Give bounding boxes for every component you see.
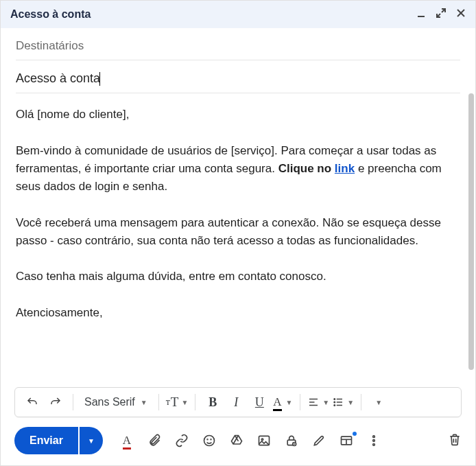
drive-icon[interactable] <box>229 433 244 448</box>
text-color-button[interactable]: A ▼ <box>272 392 293 412</box>
underline-button[interactable]: U <box>249 392 270 412</box>
formatting-toolbar: Sans Serif ▼ тT ▼ B I U A ▼ ▼ ▼ ▼ <box>14 387 462 417</box>
font-label: Sans Serif <box>84 396 135 408</box>
body-paragraph-3: Caso tenha mais alguma dúvida, entre em … <box>16 268 445 286</box>
compose-header: Acesso à conta <box>1 1 475 28</box>
subject-field[interactable]: Acesso à conta <box>16 60 460 93</box>
toolbar-separator <box>195 394 195 410</box>
svg-point-15 <box>207 439 208 440</box>
svg-point-10 <box>334 405 335 406</box>
notification-dot <box>353 432 357 436</box>
body-signoff: Atenciosamente, <box>16 304 445 322</box>
window-controls <box>416 8 466 21</box>
svg-point-8 <box>334 399 335 400</box>
chevron-down-icon: ▼ <box>141 399 147 406</box>
font-select[interactable]: Sans Serif ▼ <box>80 396 152 408</box>
chevron-down-icon: ▼ <box>286 399 293 406</box>
svg-point-26 <box>373 436 375 438</box>
attach-icon[interactable] <box>147 433 162 448</box>
more-formatting-button[interactable]: ▼ <box>368 392 389 412</box>
font-size-button[interactable]: тT ▼ <box>166 392 189 412</box>
compose-window: Acesso à conta Destinatários Acesso à co… <box>0 0 476 466</box>
compose-tools: A <box>119 433 381 448</box>
svg-point-14 <box>204 436 214 446</box>
toolbar-separator <box>300 394 300 410</box>
color-glyph: A <box>123 434 131 447</box>
more-icon[interactable] <box>366 433 381 448</box>
close-icon[interactable] <box>456 8 466 21</box>
toolbar-separator <box>158 394 159 410</box>
svg-point-9 <box>334 401 335 403</box>
body-text: Olá [nome do cliente], Bem-vindo à comun… <box>16 106 460 322</box>
toolbar-separator <box>73 394 73 410</box>
body-link[interactable]: link <box>335 162 355 175</box>
chevron-down-icon: ▼ <box>347 399 354 406</box>
discard-icon[interactable] <box>448 432 462 449</box>
expand-icon[interactable] <box>436 8 447 21</box>
layout-icon[interactable] <box>339 433 354 448</box>
svg-point-28 <box>373 444 375 446</box>
scrollbar[interactable] <box>468 93 474 370</box>
body-paragraph-1: Bem-vindo à comunidade de usuários de [s… <box>16 142 445 196</box>
link-icon[interactable] <box>174 433 189 448</box>
chevron-down-icon: ▼ <box>375 399 382 406</box>
pen-icon[interactable] <box>311 433 326 448</box>
svg-point-20 <box>261 439 263 441</box>
body-greeting: Olá [nome do cliente], <box>16 106 445 124</box>
toolbar-separator <box>361 394 361 410</box>
recipients-field[interactable]: Destinatários <box>16 28 460 60</box>
undo-button[interactable] <box>22 392 43 412</box>
text-color-tool[interactable]: A <box>119 433 134 448</box>
chevron-down-icon: ▼ <box>181 399 188 406</box>
svg-point-16 <box>211 439 211 440</box>
redo-button[interactable] <box>45 392 66 412</box>
bold-button[interactable]: B <box>202 392 223 412</box>
action-bar: Enviar ▼ A <box>1 417 475 465</box>
body-paragraph-2: Você receberá uma mensagem para autentic… <box>16 214 445 251</box>
italic-button[interactable]: I <box>226 392 246 412</box>
minimize-icon[interactable] <box>416 8 426 21</box>
body-p1-bold: Clique no <box>278 162 335 175</box>
send-button[interactable]: Enviar <box>14 427 78 454</box>
image-icon[interactable] <box>257 433 272 448</box>
text-caret <box>99 72 100 86</box>
emoji-icon[interactable] <box>202 433 217 448</box>
send-button-group: Enviar ▼ <box>14 427 103 454</box>
color-glyph: A <box>273 395 281 408</box>
subject-value: Acesso à conta <box>16 71 100 85</box>
send-options-button[interactable]: ▼ <box>80 427 103 454</box>
compose-title: Acesso à conta <box>10 8 91 21</box>
align-button[interactable]: ▼ <box>307 392 329 412</box>
svg-point-27 <box>373 440 375 442</box>
confidential-icon[interactable] <box>284 433 299 448</box>
chevron-down-icon: ▼ <box>322 399 329 406</box>
message-body[interactable]: Olá [nome do cliente], Bem-vindo à comun… <box>1 93 475 382</box>
list-button[interactable]: ▼ <box>332 392 354 412</box>
header-fields: Destinatários Acesso à conta <box>1 28 475 93</box>
